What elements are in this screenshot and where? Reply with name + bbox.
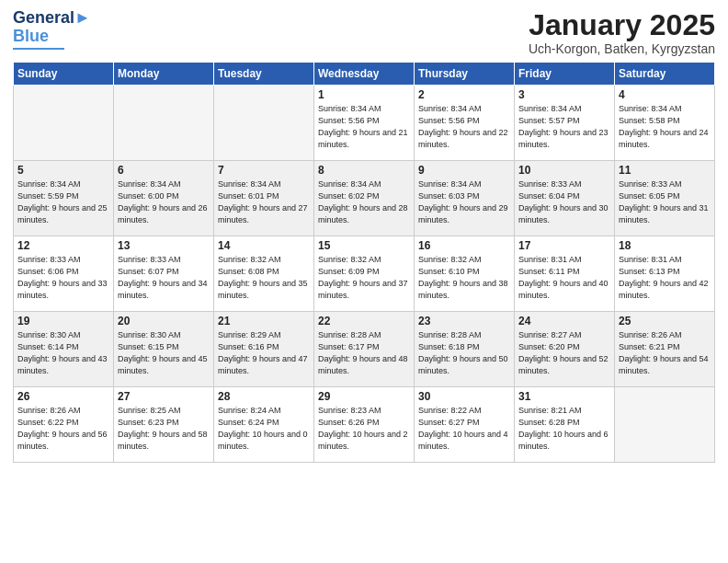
calendar-day-cell: 13Sunrise: 8:33 AMSunset: 6:07 PMDayligh…: [114, 236, 214, 312]
calendar-day-cell: [114, 86, 214, 161]
calendar-day-cell: 26Sunrise: 8:26 AMSunset: 6:22 PMDayligh…: [14, 387, 114, 463]
calendar-day-cell: [214, 86, 314, 161]
calendar-day-cell: 3Sunrise: 8:34 AMSunset: 5:57 PMDaylight…: [515, 86, 615, 161]
weekday-header: Friday: [515, 63, 615, 86]
day-number: 15: [318, 239, 410, 252]
day-number: 30: [418, 390, 510, 403]
calendar-day-cell: 24Sunrise: 8:27 AMSunset: 6:20 PMDayligh…: [515, 312, 615, 387]
day-info: Sunrise: 8:34 AMSunset: 5:58 PMDaylight:…: [619, 103, 711, 151]
weekday-header: Sunday: [14, 63, 114, 86]
calendar-day-cell: 22Sunrise: 8:28 AMSunset: 6:17 PMDayligh…: [314, 312, 415, 387]
calendar-day-cell: 29Sunrise: 8:23 AMSunset: 6:26 PMDayligh…: [314, 387, 415, 463]
day-number: 31: [518, 390, 610, 403]
day-number: 13: [118, 239, 210, 252]
day-number: 27: [118, 390, 210, 403]
calendar-day-cell: 16Sunrise: 8:32 AMSunset: 6:10 PMDayligh…: [415, 236, 515, 312]
weekday-header: Monday: [114, 63, 214, 86]
calendar-day-cell: 14Sunrise: 8:32 AMSunset: 6:08 PMDayligh…: [214, 236, 314, 312]
day-number: 9: [418, 164, 510, 177]
day-number: 19: [17, 315, 109, 327]
day-number: 22: [318, 315, 410, 327]
day-number: 29: [318, 390, 410, 403]
calendar-day-cell: 25Sunrise: 8:26 AMSunset: 6:21 PMDayligh…: [615, 312, 715, 387]
day-info: Sunrise: 8:24 AMSunset: 6:24 PMDaylight:…: [218, 405, 310, 453]
day-number: 10: [518, 164, 610, 177]
calendar-day-cell: 10Sunrise: 8:33 AMSunset: 6:04 PMDayligh…: [515, 161, 615, 236]
day-number: 2: [418, 88, 510, 101]
location: Uch-Korgon, Batken, Kyrgyzstan: [529, 41, 715, 56]
day-info: Sunrise: 8:34 AMSunset: 5:59 PMDaylight:…: [17, 178, 109, 226]
calendar-week-row: 26Sunrise: 8:26 AMSunset: 6:22 PMDayligh…: [14, 387, 715, 463]
day-number: 28: [218, 390, 310, 403]
header: General► Blue January 2025 Uch-Korgon, B…: [13, 9, 715, 56]
day-info: Sunrise: 8:25 AMSunset: 6:23 PMDaylight:…: [118, 405, 210, 453]
day-info: Sunrise: 8:31 AMSunset: 6:11 PMDaylight:…: [518, 254, 610, 302]
logo: General► Blue: [13, 9, 91, 50]
title-area: January 2025 Uch-Korgon, Batken, Kyrgyzs…: [529, 9, 715, 56]
day-info: Sunrise: 8:23 AMSunset: 6:26 PMDaylight:…: [318, 405, 410, 453]
month-title: January 2025: [529, 9, 715, 41]
day-number: 16: [418, 239, 510, 252]
day-number: 8: [318, 164, 410, 177]
day-info: Sunrise: 8:34 AMSunset: 5:56 PMDaylight:…: [318, 103, 410, 151]
calendar-day-cell: 28Sunrise: 8:24 AMSunset: 6:24 PMDayligh…: [214, 387, 314, 463]
day-number: 7: [218, 164, 310, 177]
day-info: Sunrise: 8:22 AMSunset: 6:27 PMDaylight:…: [418, 405, 510, 453]
day-info: Sunrise: 8:34 AMSunset: 6:02 PMDaylight:…: [318, 178, 410, 226]
day-number: 17: [518, 239, 610, 252]
calendar-day-cell: 15Sunrise: 8:32 AMSunset: 6:09 PMDayligh…: [314, 236, 415, 312]
day-info: Sunrise: 8:33 AMSunset: 6:07 PMDaylight:…: [118, 254, 210, 302]
calendar-day-cell: 18Sunrise: 8:31 AMSunset: 6:13 PMDayligh…: [615, 236, 715, 312]
calendar-day-cell: 20Sunrise: 8:30 AMSunset: 6:15 PMDayligh…: [114, 312, 214, 387]
day-info: Sunrise: 8:30 AMSunset: 6:14 PMDaylight:…: [17, 329, 109, 377]
calendar-week-row: 12Sunrise: 8:33 AMSunset: 6:06 PMDayligh…: [14, 236, 715, 312]
calendar-week-row: 19Sunrise: 8:30 AMSunset: 6:14 PMDayligh…: [14, 312, 715, 387]
logo-line: [13, 48, 64, 50]
weekday-header: Saturday: [615, 63, 715, 86]
calendar-day-cell: 30Sunrise: 8:22 AMSunset: 6:27 PMDayligh…: [415, 387, 515, 463]
day-info: Sunrise: 8:26 AMSunset: 6:22 PMDaylight:…: [17, 405, 109, 453]
day-number: 6: [118, 164, 210, 177]
calendar-day-cell: 7Sunrise: 8:34 AMSunset: 6:01 PMDaylight…: [214, 161, 314, 236]
calendar-day-cell: 12Sunrise: 8:33 AMSunset: 6:06 PMDayligh…: [14, 236, 114, 312]
day-info: Sunrise: 8:29 AMSunset: 6:16 PMDaylight:…: [218, 329, 310, 377]
day-info: Sunrise: 8:26 AMSunset: 6:21 PMDaylight:…: [619, 329, 711, 377]
calendar-day-cell: 23Sunrise: 8:28 AMSunset: 6:18 PMDayligh…: [415, 312, 515, 387]
day-number: 12: [17, 239, 109, 252]
calendar-day-cell: 21Sunrise: 8:29 AMSunset: 6:16 PMDayligh…: [214, 312, 314, 387]
day-info: Sunrise: 8:34 AMSunset: 5:57 PMDaylight:…: [518, 103, 610, 151]
day-info: Sunrise: 8:33 AMSunset: 6:05 PMDaylight:…: [619, 178, 711, 226]
day-number: 23: [418, 315, 510, 327]
page: General► Blue January 2025 Uch-Korgon, B…: [0, 0, 728, 563]
calendar-day-cell: 31Sunrise: 8:21 AMSunset: 6:28 PMDayligh…: [515, 387, 615, 463]
day-info: Sunrise: 8:31 AMSunset: 6:13 PMDaylight:…: [619, 254, 711, 302]
day-info: Sunrise: 8:32 AMSunset: 6:08 PMDaylight:…: [218, 254, 310, 302]
day-number: 11: [619, 164, 711, 177]
calendar-week-row: 5Sunrise: 8:34 AMSunset: 5:59 PMDaylight…: [14, 161, 715, 236]
calendar-day-cell: 5Sunrise: 8:34 AMSunset: 5:59 PMDaylight…: [14, 161, 114, 236]
logo-text: General►: [13, 9, 91, 28]
day-info: Sunrise: 8:27 AMSunset: 6:20 PMDaylight:…: [518, 329, 610, 377]
day-number: 18: [619, 239, 711, 252]
day-info: Sunrise: 8:28 AMSunset: 6:17 PMDaylight:…: [318, 329, 410, 377]
calendar-week-row: 1Sunrise: 8:34 AMSunset: 5:56 PMDaylight…: [14, 86, 715, 161]
day-info: Sunrise: 8:33 AMSunset: 6:04 PMDaylight:…: [518, 178, 610, 226]
day-number: 20: [118, 315, 210, 327]
day-info: Sunrise: 8:34 AMSunset: 5:56 PMDaylight:…: [418, 103, 510, 151]
calendar-day-cell: 2Sunrise: 8:34 AMSunset: 5:56 PMDaylight…: [415, 86, 515, 161]
day-info: Sunrise: 8:28 AMSunset: 6:18 PMDaylight:…: [418, 329, 510, 377]
weekday-header: Thursday: [415, 63, 515, 86]
calendar-day-cell: 6Sunrise: 8:34 AMSunset: 6:00 PMDaylight…: [114, 161, 214, 236]
day-info: Sunrise: 8:30 AMSunset: 6:15 PMDaylight:…: [118, 329, 210, 377]
logo-text-blue: Blue: [13, 28, 49, 46]
weekday-header: Wednesday: [314, 63, 415, 86]
day-number: 4: [619, 88, 711, 101]
calendar: SundayMondayTuesdayWednesdayThursdayFrid…: [13, 62, 715, 463]
calendar-day-cell: 11Sunrise: 8:33 AMSunset: 6:05 PMDayligh…: [615, 161, 715, 236]
day-info: Sunrise: 8:21 AMSunset: 6:28 PMDaylight:…: [518, 405, 610, 453]
calendar-day-cell: [14, 86, 114, 161]
weekday-header: Tuesday: [214, 63, 314, 86]
calendar-day-cell: 27Sunrise: 8:25 AMSunset: 6:23 PMDayligh…: [114, 387, 214, 463]
day-number: 14: [218, 239, 310, 252]
calendar-day-cell: [615, 387, 715, 463]
